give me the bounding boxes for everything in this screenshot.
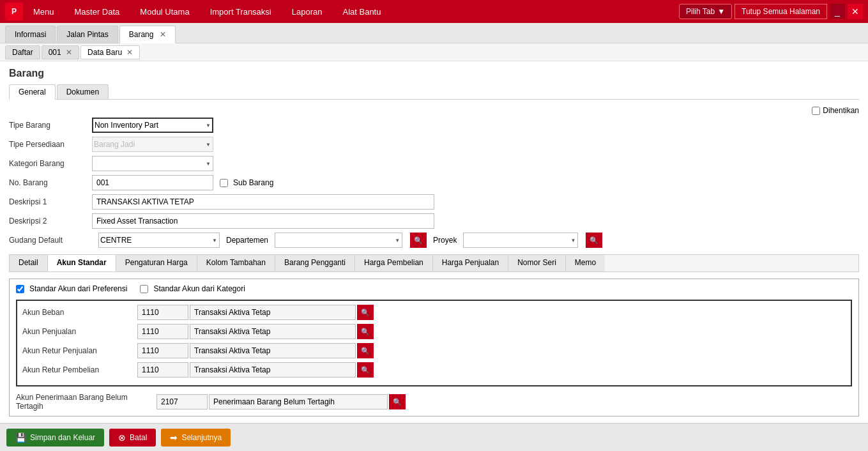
akun-beban-name[interactable] <box>190 305 356 320</box>
menu-menu[interactable]: Menu <box>28 4 59 19</box>
proyek-select[interactable] <box>463 233 578 248</box>
dihentikan-row: Dihentikan <box>9 106 859 115</box>
proyek-search-icon <box>590 236 598 245</box>
departemen-label: Departemen <box>226 236 268 245</box>
akun-retur-pembelian-code[interactable] <box>137 362 188 378</box>
deskripsi1-input[interactable] <box>92 194 434 210</box>
akun-beban-search-button[interactable] <box>357 305 374 320</box>
akun-penjualan-search-button[interactable] <box>357 324 374 339</box>
akun-retur-penjualan-row: Akun Retur Penjualan <box>22 343 846 358</box>
penerimaan-search-icon <box>393 397 402 406</box>
akun-retur-penjualan-code[interactable] <box>137 343 188 358</box>
section-tab-memo[interactable]: Memo <box>566 255 605 271</box>
menu-modul-utama[interactable]: Modul Utama <box>135 4 194 19</box>
tipe-persediaan-row: Tipe Persediaan Barang Jadi <box>9 137 859 152</box>
tab-jalan-pintas[interactable]: Jalan Pintas <box>57 26 118 43</box>
kategori-barang-label: Kategori Barang <box>9 159 92 168</box>
akun-retur-penjualan-search-button[interactable] <box>357 343 374 358</box>
preferensi-checkbox[interactable] <box>16 285 24 293</box>
tipe-barang-wrapper: Non Inventory Part Inventory Part Servic… <box>92 118 213 133</box>
tab-barang[interactable]: Barang ✕ <box>119 26 176 43</box>
proyek-search-button[interactable] <box>586 233 602 248</box>
next-icon: ➡ <box>170 432 178 443</box>
section-tab-pengaturan-harga[interactable]: Pengaturan Harga <box>116 255 197 271</box>
close-window-button[interactable]: ✕ <box>848 4 863 19</box>
kategori-option[interactable]: Standar Akun dari Kategori <box>140 284 245 293</box>
tipe-persediaan-select[interactable]: Barang Jadi <box>92 137 213 152</box>
subtab-data-baru[interactable]: Data Baru ✕ <box>80 45 140 59</box>
section-tab-barang-pengganti[interactable]: Barang Pengganti <box>275 255 355 271</box>
section-tab-nomor-seri[interactable]: Nomor Seri <box>508 255 566 271</box>
kategori-barang-select[interactable] <box>92 156 213 171</box>
akun-retur-pembelian-search-button[interactable] <box>357 362 374 378</box>
tab-informasi[interactable]: Informasi <box>5 26 56 43</box>
menu-master-data[interactable]: Master Data <box>70 4 125 19</box>
penerimaan-search-button[interactable] <box>389 394 406 409</box>
section-tab-detail[interactable]: Detail <box>10 255 48 271</box>
akun-penjualan-search-icon <box>361 327 370 336</box>
gudang-select[interactable]: CENTRE <box>98 233 220 248</box>
section-tab-kolom-tambahan[interactable]: Kolom Tambahan <box>197 255 275 271</box>
save-button[interactable]: 💾 Simpan dan Keluar <box>6 429 104 447</box>
sub-barang-checkbox[interactable] <box>220 179 228 187</box>
akun-penjualan-code[interactable] <box>137 324 188 339</box>
bottom-toolbar: 💾 Simpan dan Keluar ⊗ Batal ➡ Selanjutny… <box>0 423 868 451</box>
tab-general[interactable]: General <box>9 84 56 100</box>
akun-standar-section: Standar Akun dari Preferensi Standar Aku… <box>9 279 859 417</box>
deskripsi2-label: Deskripsi 2 <box>9 217 92 226</box>
proyek-wrapper <box>463 233 578 248</box>
akun-penjualan-row: Akun Penjualan <box>22 324 846 339</box>
batal-icon: ⊗ <box>118 432 126 443</box>
section-tab-harga-penjualan[interactable]: Harga Penjualan <box>433 255 508 271</box>
deskripsi1-label: Deskripsi 1 <box>9 197 92 206</box>
close-subtab-001[interactable]: ✕ <box>66 48 72 57</box>
subtab-001[interactable]: 001 ✕ <box>42 45 79 59</box>
section-tab-akun-standar[interactable]: Akun Standar <box>48 255 116 271</box>
close-tab-barang[interactable]: ✕ <box>160 30 166 39</box>
accounts-inner-box: Akun Beban Akun Penjualan Akun Retur Pen… <box>16 300 852 386</box>
akun-beban-code[interactable] <box>137 305 188 320</box>
kategori-barang-wrapper <box>92 156 213 171</box>
section-tab-harga-pembelian[interactable]: Harga Pembelian <box>355 255 433 271</box>
menu-import-transaksi[interactable]: Import Transaksi <box>205 4 277 19</box>
batal-button[interactable]: ⊗ Batal <box>109 429 156 447</box>
no-barang-label: No. Barang <box>9 178 92 187</box>
subtab-daftar[interactable]: Daftar <box>5 45 40 59</box>
akun-retur-pembelian-search-icon <box>361 365 370 374</box>
departemen-search-button[interactable] <box>410 233 427 248</box>
departemen-wrapper <box>275 233 402 248</box>
kategori-barang-row: Kategori Barang <box>9 156 859 171</box>
tab-bar: Informasi Jalan Pintas Barang ✕ <box>0 23 868 43</box>
preferensi-option[interactable]: Standar Akun dari Preferensi <box>16 284 127 293</box>
akun-penjualan-name[interactable] <box>190 324 356 339</box>
minimize-button[interactable]: _ <box>830 4 845 19</box>
close-subtab-data-baru[interactable]: ✕ <box>126 48 133 57</box>
no-barang-row: No. Barang Sub Barang <box>9 175 859 190</box>
pilih-tab-button[interactable]: Pilih Tab ▼ <box>679 4 732 19</box>
penerimaan-code[interactable] <box>156 394 208 409</box>
no-barang-input[interactable] <box>92 175 213 190</box>
tutup-semua-button[interactable]: Tutup Semua Halaman <box>735 4 827 19</box>
menu-laporan[interactable]: Laporan <box>287 4 328 19</box>
penerimaan-name[interactable] <box>209 394 388 409</box>
akun-beban-label: Akun Beban <box>22 308 137 317</box>
menu-alat-bantu[interactable]: Alat Bantu <box>337 4 386 19</box>
akun-retur-penjualan-search-icon <box>361 346 370 355</box>
akun-retur-pembelian-name[interactable] <box>190 362 356 378</box>
deskripsi2-input[interactable] <box>92 213 434 229</box>
deskripsi2-row: Deskripsi 2 <box>9 213 859 229</box>
window-controls: Pilih Tab ▼ Tutup Semua Halaman _ ✕ <box>679 4 863 19</box>
tipe-barang-row: Tipe Barang Non Inventory Part Inventory… <box>9 118 859 133</box>
akun-retur-penjualan-name[interactable] <box>190 343 356 358</box>
departemen-select[interactable] <box>275 233 402 248</box>
tipe-barang-label: Tipe Barang <box>9 121 92 130</box>
penerimaan-row: Akun Penerimaan Barang Belum Tertagih <box>16 393 852 411</box>
dihentikan-checkbox[interactable] <box>812 107 820 115</box>
gudang-row: Gudang Default CENTRE Departemen Proyek <box>9 233 859 248</box>
kategori-checkbox[interactable] <box>140 285 148 293</box>
next-button[interactable]: ➡ Selanjutnya <box>161 429 231 447</box>
menubar: P Menu Master Data Modul Utama Import Tr… <box>0 0 868 23</box>
tipe-barang-select[interactable]: Non Inventory Part Inventory Part Servic… <box>92 118 213 133</box>
subtab-bar: Daftar 001 ✕ Data Baru ✕ <box>0 43 868 61</box>
tab-dokumen[interactable]: Dokumen <box>57 84 109 99</box>
